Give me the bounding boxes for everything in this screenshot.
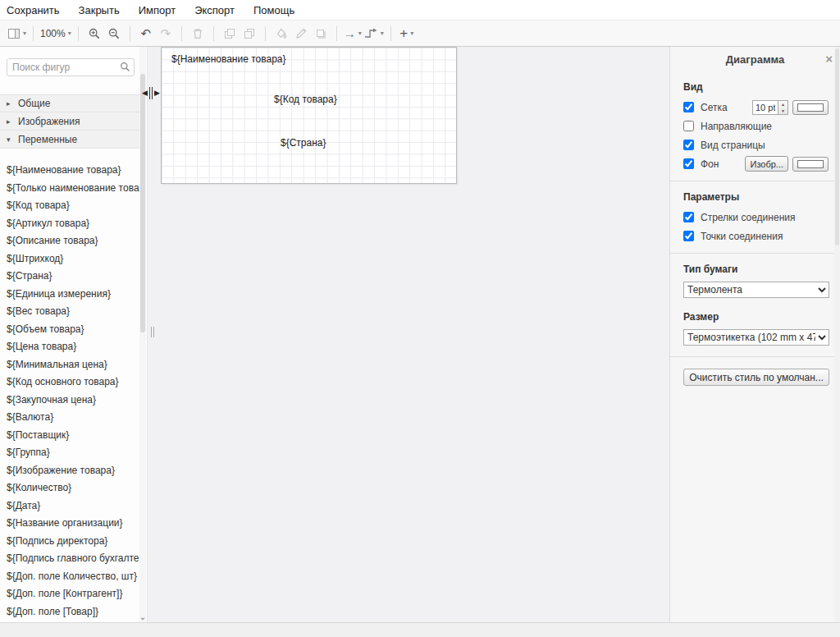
grid-checkbox[interactable] xyxy=(683,102,694,112)
grid-size-stepper[interactable]: ▲ ▼ xyxy=(778,100,788,115)
background-color-button[interactable] xyxy=(792,157,829,172)
search-icon xyxy=(120,62,130,75)
canvas[interactable]: ${Наименование товара} ${Код товара} ${С… xyxy=(148,47,669,622)
background-image-button[interactable]: Изобр... xyxy=(745,156,788,172)
straight-arrow-icon: → xyxy=(344,27,356,39)
canvas-label-country[interactable]: ${Страна} xyxy=(281,137,326,149)
redo-button[interactable]: ↷ xyxy=(157,24,175,44)
list-item[interactable]: ${Закупочная цена} xyxy=(0,392,140,410)
list-item[interactable]: ${Код товара} xyxy=(0,197,140,215)
list-item[interactable]: ${Валюта} xyxy=(0,409,140,427)
list-item[interactable]: ${Доп. поле [Товар]} xyxy=(0,603,140,621)
sidebar-splitter[interactable]: ◀ ▶ xyxy=(142,87,160,99)
scroll-down-icon[interactable]: ⌄ xyxy=(138,612,148,621)
color-swatch xyxy=(797,160,824,168)
label-page[interactable]: ${Наименование товара} ${Код товара} ${С… xyxy=(161,47,457,184)
search-input[interactable] xyxy=(7,58,135,76)
panel-scrollbar[interactable] xyxy=(834,47,840,622)
redo-icon: ↷ xyxy=(160,27,171,39)
list-item[interactable]: ${Код основного товара} xyxy=(0,373,140,392)
undo-button[interactable]: ↶ xyxy=(137,24,155,44)
connection-arrows-checkbox[interactable] xyxy=(683,212,694,222)
grid-size-input[interactable] xyxy=(752,100,778,115)
connection-points-checkbox[interactable] xyxy=(683,231,694,241)
list-item[interactable]: ${Цена товара} xyxy=(0,338,140,356)
list-item[interactable]: ${Название организации} xyxy=(0,515,140,533)
list-item[interactable]: ${Группа} xyxy=(0,444,140,462)
background-checkbox[interactable] xyxy=(683,158,694,169)
toolbar-separator xyxy=(390,26,391,41)
paper-type-select[interactable]: Термолента xyxy=(683,282,829,298)
shadow-icon xyxy=(317,30,324,37)
section-label: Переменные xyxy=(18,134,77,145)
to-back-button[interactable] xyxy=(240,24,258,44)
list-item[interactable]: ${Количество} xyxy=(0,479,140,497)
shadow-button[interactable] xyxy=(312,24,330,44)
fill-color-button[interactable] xyxy=(272,24,290,44)
variables-list: ${Наименование товара} ${Только наименов… xyxy=(0,162,140,621)
zoom-in-button[interactable] xyxy=(85,24,103,44)
list-item[interactable]: ${Дата} xyxy=(0,497,140,516)
canvas-label-product-code[interactable]: ${Код товара} xyxy=(274,94,337,105)
list-item[interactable]: ${Штрихкод} xyxy=(0,250,140,268)
sidebar-section-general[interactable]: ▸ Общие xyxy=(0,94,140,112)
waypoint-style-dropdown[interactable]: ▾ xyxy=(363,24,384,44)
menu-bar: Сохранить Закрыть Импорт Экспорт Помощь xyxy=(0,0,840,20)
line-color-button[interactable] xyxy=(292,24,310,44)
list-item[interactable]: ${Артикул товара} xyxy=(0,215,140,233)
scrollbar-thumb[interactable] xyxy=(140,74,145,332)
menu-export[interactable]: Экспорт xyxy=(194,4,235,16)
options-section-heading: Параметры xyxy=(683,191,829,203)
toolbar-separator xyxy=(33,26,34,41)
toolbar-separator xyxy=(130,26,130,41)
list-item[interactable]: ${Описание товара} xyxy=(0,232,140,250)
list-item[interactable]: ${Вес товара} xyxy=(0,303,140,321)
insert-dropdown[interactable]: + ▾ xyxy=(398,24,416,44)
scrollbar-thumb[interactable] xyxy=(835,48,839,245)
list-item[interactable]: ${Только наименование товара} xyxy=(0,180,140,198)
list-item[interactable]: ${Минимальная цена} xyxy=(0,356,140,374)
menu-help[interactable]: Помощь xyxy=(253,4,294,16)
color-swatch xyxy=(797,103,824,112)
page-view-checkbox[interactable] xyxy=(683,140,694,150)
connection-style-dropdown[interactable]: → ▾ xyxy=(344,24,362,44)
plus-icon: + xyxy=(399,26,408,40)
connection-arrows-row: Стрелки соединения xyxy=(683,208,829,227)
menu-close[interactable]: Закрыть xyxy=(79,4,120,16)
spinner-up-icon[interactable]: ▲ xyxy=(778,101,788,108)
clear-default-style-button[interactable]: Очистить стиль по умолчан... xyxy=(683,369,829,386)
list-item[interactable]: ${Страна} xyxy=(0,268,140,286)
sidebar-resize-grip[interactable] xyxy=(151,327,154,337)
grid-color-button[interactable] xyxy=(792,100,829,115)
delete-button[interactable] xyxy=(189,24,207,44)
sidebar-section-variables[interactable]: ▾ Переменные xyxy=(0,131,140,149)
to-front-button[interactable] xyxy=(221,24,239,44)
spinner-down-icon[interactable]: ▼ xyxy=(778,108,788,114)
zoom-out-button[interactable] xyxy=(105,24,123,44)
collapse-left-icon[interactable]: ◀ xyxy=(142,89,148,97)
section-label: Изображения xyxy=(18,116,80,127)
menu-save[interactable]: Сохранить xyxy=(7,4,60,16)
page-view-dropdown[interactable]: ▾ xyxy=(7,24,26,44)
list-item[interactable]: ${Изображение товара} xyxy=(0,462,140,480)
panel-divider xyxy=(670,181,840,181)
list-item[interactable]: ${Подпись директора} xyxy=(0,533,140,551)
list-item[interactable]: ${Доп. поле [Контрагент]} xyxy=(0,585,140,603)
zoom-level-label: 100% xyxy=(40,28,66,39)
close-icon[interactable]: × xyxy=(825,53,833,65)
list-item[interactable]: ${Наименование товара} xyxy=(0,162,140,180)
guides-checkbox[interactable] xyxy=(683,121,694,131)
expand-right-icon[interactable]: ▶ xyxy=(154,89,160,97)
zoom-dropdown[interactable]: 100% ▾ xyxy=(40,24,71,44)
list-item[interactable]: ${Объем товара} xyxy=(0,321,140,339)
paper-size-select[interactable]: Термоэтикетка (102 mm x 47 mm) xyxy=(683,329,829,346)
menu-import[interactable]: Импорт xyxy=(139,4,176,16)
list-item[interactable]: ${Доп. поле Количество, шт} xyxy=(0,568,140,586)
list-item[interactable]: ${Единица измерения} xyxy=(0,286,140,304)
canvas-label-product-name[interactable]: ${Наименование товара} xyxy=(171,53,286,65)
sidebar-section-images[interactable]: ▸ Изображения xyxy=(0,112,140,131)
list-item[interactable]: ${Поставщик} xyxy=(0,427,140,445)
list-item[interactable]: ${Подпись главного бухгалтера} xyxy=(0,550,140,568)
sidebar-scrollbar[interactable]: ⌄ xyxy=(139,47,146,622)
guides-row: Направляющие xyxy=(683,117,829,135)
